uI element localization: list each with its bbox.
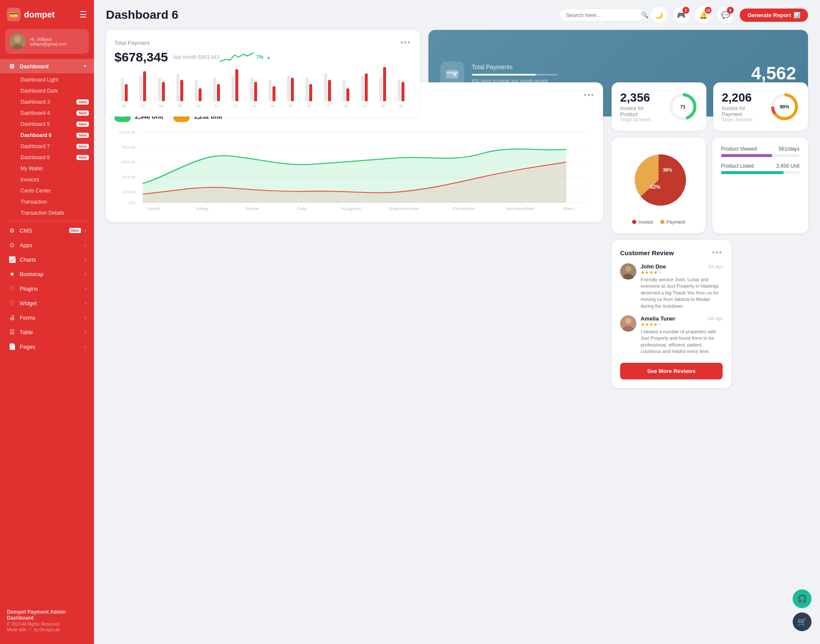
bar-label: 15 xyxy=(288,104,293,108)
bar-group: 17 xyxy=(319,73,335,108)
svg-point-36 xyxy=(625,266,631,272)
product-listed-fill xyxy=(721,171,784,174)
chart-bar-icon: 📊 xyxy=(794,12,800,18)
bar-gray xyxy=(269,80,272,101)
reviewer-2-text: I viewed a number of properties with Jus… xyxy=(641,329,723,355)
pie-legend-payment: Payment xyxy=(660,219,685,224)
bar-label: 10 xyxy=(196,104,200,108)
svg-point-5 xyxy=(454,73,456,76)
sidebar-item-bootstrap[interactable]: ★ Bootstrap › xyxy=(0,267,94,281)
divider xyxy=(5,221,89,221)
bar-group: 07 xyxy=(135,71,151,108)
invoice-dot xyxy=(632,220,636,224)
bar-pair xyxy=(231,69,238,101)
footer-copyright: © 2023 All Rights Reserved xyxy=(7,622,87,627)
row-2: Overview ••• Total Sale 2,346 xyxy=(106,82,808,388)
invoice-payment-donut: 90% xyxy=(770,92,800,122)
svg-point-39 xyxy=(625,318,631,324)
gamepad-badge: 2 xyxy=(682,7,689,14)
sidebar-item-plugins[interactable]: ♡ Plugins › xyxy=(0,281,94,296)
generate-label: Generate Report xyxy=(747,12,791,18)
search-box[interactable]: 🔍 xyxy=(559,9,645,21)
sidebar-item-invoices[interactable]: Invoices xyxy=(15,174,94,185)
bar-red xyxy=(401,82,404,101)
cms-arrow: › xyxy=(85,228,86,233)
bar-label: 07 xyxy=(141,104,145,108)
dashboard5-label: Dashboard 5 xyxy=(20,121,50,127)
dashboard4-label: Dashboard 4 xyxy=(20,110,50,116)
sidebar-item-transaction-details[interactable]: Transaction Details xyxy=(15,207,94,219)
svg-text:May: May xyxy=(197,207,209,211)
bar-red xyxy=(383,67,386,101)
bell-button[interactable]: 🔔 12 xyxy=(695,7,712,23)
gamepad-button[interactable]: 🎮 2 xyxy=(673,7,689,23)
sidebar-item-dashboard-3[interactable]: Dashboard 3 New xyxy=(15,96,94,108)
sidebar-item-widget[interactable]: ♡ Widget › xyxy=(0,296,94,310)
bootstrap-icon: ★ xyxy=(8,271,16,277)
generate-report-button[interactable]: Generate Report 📊 xyxy=(740,9,808,22)
support-fab[interactable]: 🎧 xyxy=(793,589,811,608)
review-menu[interactable]: ••• xyxy=(712,248,723,257)
sidebar-nav: ⊞ Dashboard ▾ Dashboard Light Dashboard … xyxy=(0,59,94,604)
sidebar-item-dashboard-7[interactable]: Dashboard 7 New xyxy=(15,141,94,152)
reviewer-2-name: Amelia Tuner xyxy=(641,315,675,322)
cms-icon: ⚙ xyxy=(8,227,16,234)
bar-pair xyxy=(287,76,294,101)
bar-pair xyxy=(176,73,183,101)
sidebar-item-cms[interactable]: ⚙ CMS New › xyxy=(0,223,94,238)
bar-gray xyxy=(213,78,216,101)
sidebar-header: 💳 dompet ☰ xyxy=(0,0,94,29)
sidebar-item-table[interactable]: ☰ Table › xyxy=(0,325,94,339)
sidebar-item-my-wallet[interactable]: My Wallet xyxy=(15,163,94,174)
reviewer-1-text: Friendly service Josh, Lunar and everyon… xyxy=(641,277,723,309)
svg-text:November: November xyxy=(506,207,535,211)
see-more-reviews-button[interactable]: See More Reviews xyxy=(620,363,723,379)
search-input[interactable] xyxy=(566,12,638,18)
bar-red xyxy=(328,80,331,101)
review-item-1: John Doe 5m ago ★★★★☆ Friendly service J… xyxy=(620,263,723,309)
sidebar-item-apps[interactable]: ⊙ Apps › xyxy=(0,238,94,252)
sidebar-item-dashboard-5[interactable]: Dashboard 5 New xyxy=(15,119,94,130)
bar-label: 20 xyxy=(381,104,385,108)
cart-fab[interactable]: 🛒 xyxy=(793,612,811,631)
sidebar-item-transaction[interactable]: Transaction xyxy=(15,196,94,207)
trend-value: 7% xyxy=(256,54,264,60)
sidebar-item-forms[interactable]: 🖨 Forms › xyxy=(0,310,94,325)
sidebar-item-dashboard-6[interactable]: Dashboard 6 New xyxy=(15,130,94,141)
avatar xyxy=(9,33,26,50)
sidebar-item-cards-center[interactable]: Cards Center xyxy=(15,185,94,196)
widget-icon: ♡ xyxy=(8,300,16,306)
sidebar-item-dashboard-8[interactable]: Dashboard 8 New xyxy=(15,152,94,163)
bar-gray xyxy=(361,76,364,101)
sidebar-item-dashboard-dark[interactable]: Dashboard Dark xyxy=(15,85,94,96)
sidebar-item-pages[interactable]: 📄 Pages › xyxy=(0,339,94,354)
invoice-legend-label: Invoice xyxy=(638,219,653,224)
chat-button[interactable]: 💬 5 xyxy=(718,7,734,23)
sidebar-item-charts[interactable]: 📈 Charts › xyxy=(0,252,94,267)
footer-title: Dompet Payment Admin Dashboard xyxy=(7,609,87,621)
reviewer-1-avatar xyxy=(620,263,636,280)
bar-group: 14 xyxy=(264,80,280,108)
bar-label: 11 xyxy=(214,104,219,108)
bar-group: 19 xyxy=(356,73,372,108)
main-content: Dashboard 6 🔍 🌙 🎮 2 🔔 12 💬 5 Generate Re… xyxy=(94,0,820,644)
forms-icon: 🖨 xyxy=(8,314,16,321)
theme-toggle-button[interactable]: 🌙 xyxy=(651,7,667,23)
total-payment-menu[interactable]: ••• xyxy=(401,38,411,47)
reviewer-1-avatar-img xyxy=(620,263,636,280)
sidebar-logo[interactable]: 💳 dompet xyxy=(7,8,55,21)
sidebar-item-dashboard[interactable]: ⊞ Dashboard ▾ xyxy=(0,59,94,73)
bar-label: 09 xyxy=(178,104,182,108)
bar-red xyxy=(309,84,312,101)
overview-menu[interactable]: ••• xyxy=(584,91,594,100)
hamburger-icon[interactable]: ☰ xyxy=(79,9,87,20)
reviewer-2-time: 10h ago xyxy=(707,316,723,321)
bar-label: 19 xyxy=(362,104,366,108)
dashboard3-badge: New xyxy=(76,99,89,105)
sidebar-item-dashboard-4[interactable]: Dashboard 4 New xyxy=(15,108,94,119)
bar-gray xyxy=(250,78,253,101)
bar-group: 10 xyxy=(190,80,206,108)
pages-label: Pages xyxy=(20,344,81,350)
sidebar-item-dashboard-light[interactable]: Dashboard Light xyxy=(15,74,94,85)
bar-group: 21 xyxy=(393,80,409,108)
